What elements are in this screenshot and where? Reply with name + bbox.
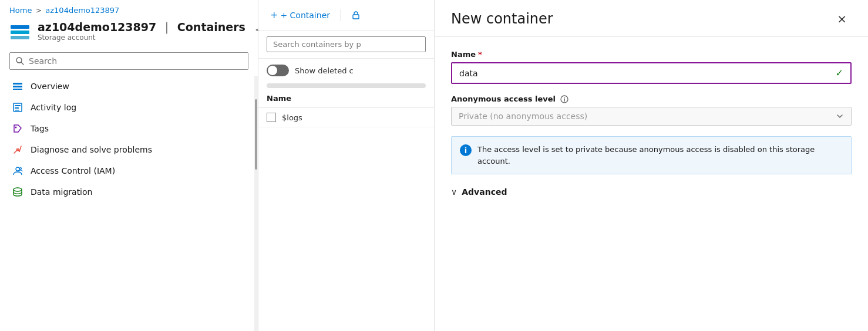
table-column-name: Name (258, 89, 434, 108)
name-input[interactable] (459, 69, 836, 78)
name-input-wrapper: ✓ (451, 62, 852, 84)
breadcrumb-home[interactable]: Home (9, 6, 32, 15)
horizontal-scrollbar[interactable] (267, 83, 426, 88)
info-banner-text: The access level is set to private becau… (477, 144, 843, 167)
sidebar-scrollbar (254, 76, 258, 331)
container-search-input[interactable] (267, 36, 426, 52)
account-title-block: az104demo123897 | Containers Storage acc… (38, 21, 245, 42)
info-tooltip-icon: i (560, 95, 568, 103)
chevron-down-icon (836, 112, 844, 120)
anon-access-value: Private (no anonymous access) (459, 112, 587, 121)
search-input[interactable] (29, 56, 242, 66)
nav-list: Overview Activity log (0, 76, 254, 331)
breadcrumb-account[interactable]: az104demo123897 (45, 6, 119, 15)
add-container-button[interactable]: + + Container (267, 7, 334, 23)
advanced-label: Advanced (462, 187, 507, 197)
add-container-plus-icon: + (270, 9, 278, 21)
sidebar-item-access-control-label: Access Control (IAM) (31, 166, 115, 175)
svg-rect-11 (15, 110, 19, 111)
sidebar-item-activity-log-label: Activity log (31, 103, 76, 112)
sidebar-item-tags[interactable]: Tags (0, 118, 254, 139)
show-deleted-toggle[interactable] (267, 65, 289, 76)
storage-account-icon (9, 22, 31, 43)
svg-point-17 (16, 167, 19, 171)
sidebar-search-box (9, 52, 248, 70)
svg-rect-0 (11, 25, 29, 29)
sidebar: Home > az104demo123897 az104demo123897 |… (0, 0, 258, 331)
required-indicator: * (478, 50, 482, 59)
center-toolbar: + + Container (258, 0, 434, 31)
diagnose-icon (12, 144, 23, 156)
svg-point-18 (20, 168, 22, 170)
search-icon (16, 57, 24, 65)
horizontal-scrollbar-row (258, 82, 434, 89)
name-field: Name * ✓ (451, 50, 852, 84)
panel-title: New container (451, 11, 553, 27)
account-subtitle: Storage account (38, 33, 245, 42)
sidebar-scroll-area: Overview Activity log (0, 76, 258, 331)
info-circle-icon: i (460, 144, 472, 156)
chevron-right-icon: ∨ (451, 187, 457, 197)
account-header: az104demo123897 | Containers Storage acc… (0, 17, 258, 49)
svg-rect-10 (15, 107, 19, 109)
data-migration-icon (12, 186, 23, 198)
panel-body: Name * ✓ Anonymous access level i Privat… (435, 37, 868, 212)
table-row[interactable]: $logs (258, 108, 434, 127)
svg-text:i: i (563, 97, 565, 103)
svg-line-13 (14, 150, 18, 153)
info-banner: i The access level is set to private bec… (451, 136, 852, 174)
name-label: Name * (451, 50, 852, 59)
sidebar-item-overview[interactable]: Overview (0, 76, 254, 97)
overview-icon (12, 80, 23, 92)
svg-rect-5 (13, 83, 22, 85)
sidebar-item-tags-label: Tags (31, 124, 49, 133)
sidebar-item-overview-label: Overview (31, 82, 69, 91)
svg-rect-6 (13, 86, 22, 87)
panel-header: New container × (435, 0, 868, 37)
toggle-knob (268, 66, 277, 75)
sidebar-item-access-control[interactable]: Access Control (IAM) (0, 160, 254, 181)
tags-icon (12, 123, 23, 134)
breadcrumb-separator: > (35, 6, 42, 15)
svg-rect-1 (11, 31, 29, 34)
svg-point-12 (15, 127, 17, 129)
svg-rect-9 (15, 105, 21, 106)
sidebar-item-diagnose-label: Diagnose and solve problems (31, 145, 152, 154)
svg-rect-20 (353, 15, 359, 19)
anon-access-field: Anonymous access level i Private (no ano… (451, 94, 852, 126)
account-title: az104demo123897 | Containers (38, 21, 245, 33)
show-deleted-label: Show deleted c (295, 66, 354, 75)
anon-access-label: Anonymous access level i (451, 94, 852, 103)
svg-rect-2 (11, 36, 29, 39)
add-container-label: + Container (280, 11, 330, 20)
valid-checkmark: ✓ (836, 67, 843, 79)
lock-icon (352, 11, 360, 19)
toolbar-separator (341, 9, 341, 21)
new-container-panel: New container × Name * ✓ Anonymous acces… (435, 0, 868, 331)
anon-access-select[interactable]: Private (no anonymous access) (451, 107, 852, 126)
row-checkbox[interactable] (267, 113, 276, 122)
sidebar-item-activity-log[interactable]: Activity log (0, 97, 254, 118)
sidebar-item-data-migration-label: Data migration (31, 187, 92, 197)
sidebar-scrollbar-thumb (255, 99, 257, 170)
access-control-icon (12, 165, 23, 177)
lock-button[interactable] (348, 9, 364, 22)
svg-line-4 (21, 62, 23, 65)
svg-line-15 (19, 146, 21, 151)
row-name: $logs (282, 113, 302, 122)
svg-point-19 (14, 188, 22, 191)
show-deleted-toggle-row: Show deleted c (258, 59, 434, 82)
advanced-section[interactable]: ∨ Advanced (451, 185, 852, 199)
sidebar-item-diagnose[interactable]: Diagnose and solve problems (0, 139, 254, 160)
svg-rect-7 (13, 89, 22, 90)
sidebar-item-data-migration[interactable]: Data migration (0, 181, 254, 202)
close-panel-button[interactable]: × (832, 11, 852, 27)
breadcrumb: Home > az104demo123897 (0, 0, 258, 17)
center-panel: + + Container Show deleted c Name $logs (258, 0, 435, 331)
activity-log-icon (12, 102, 23, 113)
container-search-area (258, 31, 434, 59)
